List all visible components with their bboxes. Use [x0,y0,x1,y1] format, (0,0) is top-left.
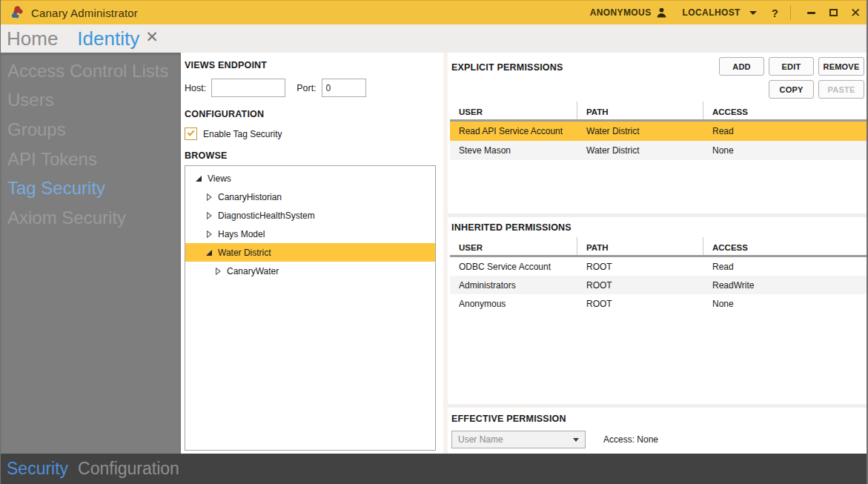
maximize-button[interactable] [822,1,844,24]
cell-path: Water District [577,145,703,156]
column-header-user[interactable]: USER [450,102,577,119]
tree-item-water-district[interactable]: Water District [185,243,435,262]
tree-item-canaryhistorian[interactable]: CanaryHistorian [185,188,435,206]
sidebar-item-access-control-lists[interactable]: Access Control Lists [1,56,181,86]
permissions-panel: EXPLICIT PERMISSIONS ADD EDIT REMOVE COP… [443,53,867,454]
expander-collapsed-icon[interactable] [205,230,213,238]
expander-collapsed-icon[interactable] [205,193,213,201]
paste-button: PASTE [818,80,864,99]
tree-item-diagnostichealthsystem[interactable]: DiagnosticHealthSystem [185,206,435,225]
sidebar-nav: Access Control Lists Users Groups API To… [1,53,181,454]
table-row[interactable]: Steve Mason Water District None [450,141,867,160]
person-icon [657,7,666,18]
explicit-permissions-section: EXPLICIT PERMISSIONS ADD EDIT REMOVE COP… [448,53,867,213]
table-row[interactable]: ODBC Service Account ROOT Read [450,257,867,276]
tab-identity[interactable]: Identity ✕ [77,27,158,50]
enable-tag-security-label: Enable Tag Security [203,129,282,139]
tree-item-label: Views [208,173,231,184]
remove-button[interactable]: REMOVE [818,57,864,76]
sidebar-item-tag-security[interactable]: Tag Security [1,173,181,203]
expander-collapsed-icon[interactable] [213,267,222,275]
expander-collapsed-icon[interactable] [205,211,213,219]
app-window: Canary Administrator ANONYMOUS LOCALHOST… [0,0,868,484]
current-user[interactable]: ANONYMOUS [590,7,666,18]
window-title: Canary Administrator [31,7,138,19]
add-button[interactable]: ADD [719,57,764,76]
tab-identity-label: Identity [77,27,139,50]
table-header-row: USER PATH ACCESS [450,237,867,257]
sidebar-item-axiom-security[interactable]: Axiom Security [1,203,181,233]
sidebar-item-groups[interactable]: Groups [1,115,181,145]
host-input[interactable] [211,79,285,97]
cell-user: ODBC Service Account [450,262,577,272]
effective-access-value: Access: None [603,434,658,445]
column-header-path[interactable]: PATH [577,237,703,255]
explicit-permissions-table: USER PATH ACCESS Read API Service Accoun… [450,102,867,160]
tree-item-views[interactable]: Views [185,169,435,188]
tab-bar: Home Identity ✕ [1,24,867,53]
tree-item-label: CanaryHistorian [218,192,282,202]
expander-expanded-icon[interactable] [194,174,202,182]
table-row[interactable]: Administrators ROOT ReadWrite [450,276,867,294]
explicit-permissions-heading: EXPLICIT PERMISSIONS [451,62,563,73]
sidebar-item-api-tokens[interactable]: API Tokens [1,145,181,174]
port-label: Port: [296,83,316,93]
table-header-row: USER PATH ACCESS [450,102,867,122]
tab-close-icon[interactable]: ✕ [145,28,159,46]
minimize-button[interactable] [800,1,822,24]
user-name-dropdown[interactable]: User Name [451,431,586,448]
close-button[interactable]: ✕ [844,1,867,24]
status-bar: Security Configuration [1,454,867,484]
effective-permission-section: EFFECTIVE PERMISSION User Name Access: N… [448,408,867,454]
tree-item-label: CanaryWater [227,266,279,276]
statusbar-item-configuration[interactable]: Configuration [78,459,179,479]
browse-heading: BROWSE [185,150,436,161]
column-header-access[interactable]: ACCESS [703,102,867,119]
table-row[interactable]: Anonymous ROOT None [450,294,867,313]
canary-logo-icon [8,4,24,21]
server-selector-label: LOCALHOST [683,7,741,18]
cell-access: Read [703,262,867,272]
tree-item-hays-model[interactable]: Hays Model [185,225,435,243]
chevron-down-icon [749,11,757,15]
cell-user: Administrators [450,280,577,291]
cell-path: ROOT [577,280,703,291]
tree-item-label: Water District [218,248,271,258]
tab-home-label: Home [7,27,58,50]
views-endpoint-heading: VIEWS ENDPOINT [185,60,436,70]
port-input[interactable] [322,79,366,97]
tag-security-config-panel: VIEWS ENDPOINT Host: Port: CONFIGURATION… [181,53,443,454]
statusbar-item-security[interactable]: Security [7,459,68,479]
cell-user: Steve Mason [450,145,577,156]
title-bar: Canary Administrator ANONYMOUS LOCALHOST… [1,0,867,24]
host-label: Host: [185,83,206,93]
browse-tree: Views CanaryHistorian DiagnosticHealthSy… [185,165,436,451]
expander-expanded-icon[interactable] [205,248,213,256]
column-header-access[interactable]: ACCESS [703,237,867,255]
column-header-path[interactable]: PATH [577,102,703,119]
copy-button[interactable]: COPY [769,80,814,99]
server-selector[interactable]: LOCALHOST [683,7,757,18]
tree-item-label: DiagnosticHealthSystem [218,210,315,221]
cell-access: None [703,145,867,156]
configuration-heading: CONFIGURATION [185,109,436,119]
tree-item-label: Hays Model [218,229,265,239]
cell-path: ROOT [577,262,703,272]
inherited-permissions-section: INHERITED PERMISSIONS USER PATH ACCESS O… [448,217,867,404]
close-icon: ✕ [850,7,861,19]
help-button[interactable]: ? [772,7,778,19]
cell-user: Anonymous [450,299,577,309]
tree-item-canarywater[interactable]: CanaryWater [185,262,435,280]
tab-home[interactable]: Home [7,27,58,50]
cell-access: ReadWrite [703,280,867,291]
effective-permission-heading: EFFECTIVE PERMISSION [451,414,566,424]
cell-access: None [703,299,867,309]
inherited-permissions-heading: INHERITED PERMISSIONS [451,222,572,233]
chevron-down-icon [573,438,579,442]
enable-tag-security-checkbox[interactable] [185,127,197,140]
cell-path: ROOT [577,299,703,309]
table-row[interactable]: Read API Service Account Water District … [450,122,867,141]
edit-button[interactable]: EDIT [769,57,814,76]
sidebar-item-users[interactable]: Users [1,86,181,116]
column-header-user[interactable]: USER [450,237,577,255]
